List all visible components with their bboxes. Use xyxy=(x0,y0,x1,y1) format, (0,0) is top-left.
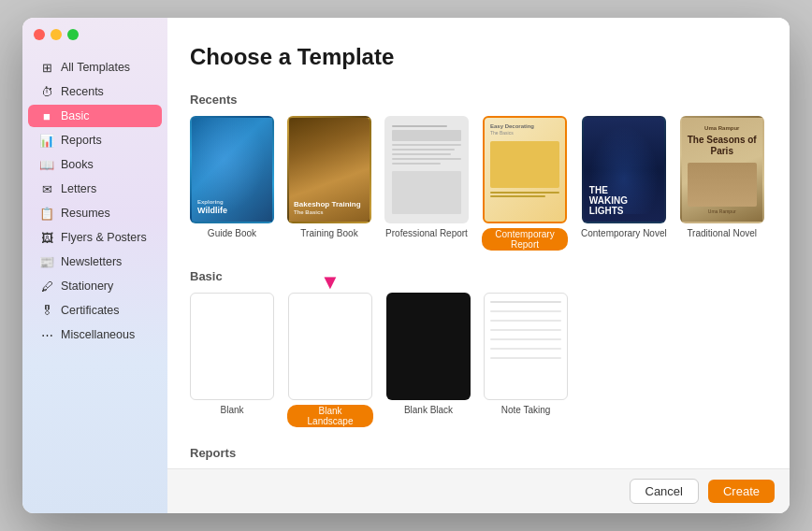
template-blank[interactable]: Blank xyxy=(190,293,274,427)
blank-landscape-container: ▼ xyxy=(288,293,372,400)
sidebar: ⊞ All Templates ⏱ Recents ■ Basic 📊 Repo… xyxy=(22,18,167,513)
resumes-icon: 📋 xyxy=(39,206,54,221)
guide-book-label: Guide Book xyxy=(208,228,256,238)
page-title: Choose a Template xyxy=(190,44,767,70)
template-note-taking[interactable]: Note Taking xyxy=(484,293,568,427)
sidebar-item-basic[interactable]: ■ Basic xyxy=(28,105,162,127)
stationery-icon: 🖊 xyxy=(39,279,54,294)
bottom-bar: Cancel Create xyxy=(167,468,790,513)
sidebar-item-books[interactable]: 📖 Books xyxy=(28,153,162,176)
main-header: Choose a Template xyxy=(167,18,790,79)
template-guide-book[interactable]: Exploring Wildlife Guide Book xyxy=(190,116,274,251)
letters-icon: ✉ xyxy=(39,181,54,196)
maximize-button[interactable] xyxy=(67,29,79,40)
blank-landscape-label: Blank Landscape xyxy=(287,405,373,427)
certificates-icon: 🎖 xyxy=(39,303,54,318)
section-label-basic: Basic xyxy=(190,269,767,283)
note-taking-thumb xyxy=(484,293,568,400)
template-traditional-novel[interactable]: Uma Rampur The Seasons of Paris Uma Ramp… xyxy=(680,116,764,251)
section-label-reports: Reports xyxy=(190,446,767,460)
contemporary-report-thumb: Easy Decorating The Basics xyxy=(483,116,567,223)
sidebar-item-certificates[interactable]: 🎖 Certificates xyxy=(28,299,162,322)
main-content: Choose a Template Recents Exploring Wild… xyxy=(167,18,790,513)
sidebar-item-flyers-posters[interactable]: 🖼 Flyers & Posters xyxy=(28,226,162,249)
blank-landscape-thumb xyxy=(288,293,372,400)
template-blank-black[interactable]: Blank Black xyxy=(386,293,471,427)
professional-report-thumb xyxy=(384,116,469,223)
basic-icon: ■ xyxy=(39,108,54,123)
recents-icon: ⏱ xyxy=(39,84,54,99)
template-blank-landscape[interactable]: ▼ Blank Landscape xyxy=(287,293,373,427)
scroll-area[interactable]: Recents Exploring Wildlife Guide Book xyxy=(167,79,790,468)
cancel-button[interactable]: Cancel xyxy=(630,479,699,504)
blank-black-thumb xyxy=(386,293,471,400)
section-label-recents: Recents xyxy=(190,93,767,107)
flyers-icon: 🖼 xyxy=(39,230,54,245)
selection-arrow: ▼ xyxy=(320,272,341,293)
traditional-novel-label: Traditional Novel xyxy=(687,228,757,238)
contemporary-novel-label: Contemporary Novel xyxy=(581,228,667,238)
template-contemporary-report[interactable]: Easy Decorating The Basics Contemporary … xyxy=(482,116,568,251)
sidebar-item-stationery[interactable]: 🖊 Stationery xyxy=(28,275,162,297)
create-button[interactable]: Create xyxy=(708,480,775,503)
training-book-thumb: Bakeshop Training The Basics xyxy=(287,116,371,223)
close-button[interactable] xyxy=(34,29,45,40)
traditional-novel-thumb: Uma Rampur The Seasons of Paris Uma Ramp… xyxy=(680,116,764,223)
newsletters-icon: 📰 xyxy=(39,254,54,269)
training-book-label: Training Book xyxy=(300,228,357,238)
sidebar-item-recents[interactable]: ⏱ Recents xyxy=(28,80,162,103)
note-taking-label: Note Taking xyxy=(501,405,551,415)
guide-book-thumb: Exploring Wildlife xyxy=(190,116,274,223)
blank-black-label: Blank Black xyxy=(404,405,453,415)
sidebar-item-reports[interactable]: 📊 Reports xyxy=(28,129,162,151)
basic-templates-row: Blank ▼ Blank Landscape Blank Black xyxy=(190,293,767,427)
contemporary-report-label: Contemporary Report xyxy=(482,228,568,251)
sidebar-item-miscellaneous[interactable]: ⋯ Miscellaneous xyxy=(28,323,162,346)
template-training-book[interactable]: Bakeshop Training The Basics Training Bo… xyxy=(287,116,371,251)
template-professional-report[interactable]: Professional Report xyxy=(384,116,469,251)
sidebar-item-all-templates[interactable]: ⊞ All Templates xyxy=(28,56,162,79)
books-icon: 📖 xyxy=(39,157,54,172)
miscellaneous-icon: ⋯ xyxy=(39,327,54,342)
blank-label: Blank xyxy=(220,405,243,415)
contemporary-novel-thumb: THE WAKING LIGHTS xyxy=(582,116,666,223)
minimize-button[interactable] xyxy=(51,29,62,40)
guide-book-image: Exploring Wildlife xyxy=(192,118,272,222)
template-contemporary-novel[interactable]: THE WAKING LIGHTS Contemporary Novel xyxy=(581,116,667,251)
sidebar-item-resumes[interactable]: 📋 Resumes xyxy=(28,202,162,224)
professional-report-label: Professional Report xyxy=(385,228,468,238)
sidebar-item-newsletters[interactable]: 📰 Newsletters xyxy=(28,251,162,273)
all-templates-icon: ⊞ xyxy=(39,60,54,75)
reports-icon: 📊 xyxy=(39,133,54,148)
traffic-lights xyxy=(34,29,79,40)
blank-thumb xyxy=(190,293,274,400)
sidebar-item-letters[interactable]: ✉ Letters xyxy=(28,178,162,200)
recents-templates-row: Exploring Wildlife Guide Book Bakeshop xyxy=(190,116,767,251)
